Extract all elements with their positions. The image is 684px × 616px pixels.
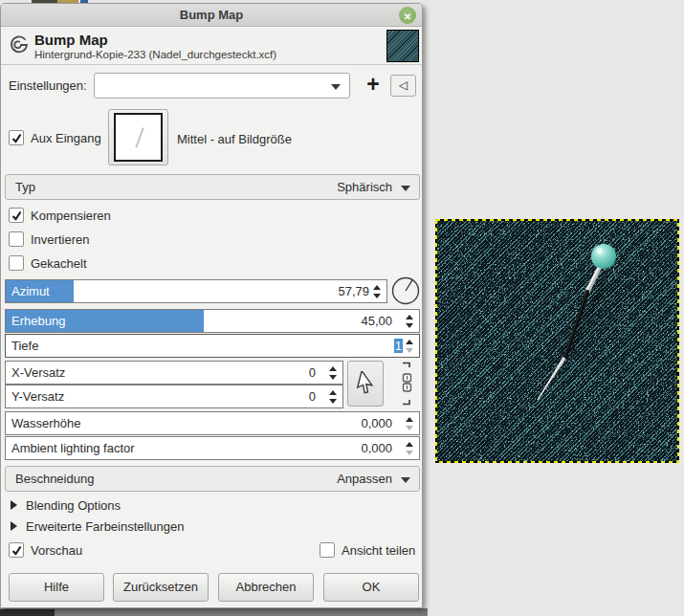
slider-label: Erhebung — [11, 314, 65, 328]
abbrechen-button[interactable]: Abbrechen — [218, 573, 314, 602]
slider-erhebung[interactable]: Erhebung 45,00 — [5, 309, 420, 333]
spin-up-icon — [329, 390, 337, 395]
check-icon — [11, 132, 23, 144]
vorschau-label: Vorschau — [31, 543, 82, 558]
offset-picker-button[interactable] — [347, 361, 384, 407]
layer-thumbnail — [386, 30, 419, 62]
spin-down-icon — [373, 294, 381, 298]
checkbox-invertieren-label: Invertieren — [31, 232, 89, 247]
slider-wasserhoehe[interactable]: Wasserhöhe 0,000 — [5, 411, 420, 435]
add-preset-button[interactable]: + — [361, 73, 386, 99]
expander-label: Erweiterte Farbeinstellungen — [26, 519, 184, 534]
pin-image — [435, 219, 679, 463]
preset-menu-button[interactable]: ◁ — [390, 75, 416, 97]
slider-value: 45,00 — [361, 314, 392, 328]
spin-down-icon — [406, 348, 413, 353]
spin-down-icon — [329, 399, 337, 404]
window-title: Bump Map — [1, 4, 422, 27]
type-label: Typ — [15, 180, 35, 194]
close-icon: ✕ — [404, 11, 411, 22]
chevron-down-icon — [331, 84, 341, 90]
presets-label: Einstellungen: — [9, 78, 87, 93]
background-window-bottom — [0, 608, 428, 616]
checkbox-gekachelt[interactable] — [9, 255, 24, 271]
ansicht-teilen-label: Ansicht teilen — [342, 543, 415, 558]
ansicht-teilen-checkbox[interactable] — [320, 542, 335, 558]
spin-up-icon — [373, 285, 381, 290]
slider-value: 57,79 — [338, 284, 369, 298]
checkbox-gekachelt-label: Gekachelt — [31, 256, 87, 271]
check-icon — [11, 544, 23, 557]
spin-down-icon — [406, 451, 413, 455]
spin-up-icon — [406, 340, 413, 344]
slider-label: Wasserhöhe — [11, 416, 81, 430]
slider-azimut[interactable]: Azimut 57,79 — [5, 279, 387, 303]
slider-value: 0 — [309, 389, 316, 404]
checkbox-invertieren[interactable] — [9, 231, 24, 247]
spinner[interactable] — [404, 437, 415, 459]
triangle-right-icon — [11, 521, 17, 531]
spin-down-icon — [406, 426, 413, 430]
slider-label: Ambient lighting factor — [11, 441, 135, 455]
expander-blending-options[interactable]: Blending Options — [11, 498, 121, 513]
spinner[interactable] — [404, 310, 415, 332]
vorschau-checkbox[interactable] — [9, 542, 24, 558]
type-value: Sphärisch — [337, 180, 392, 194]
canvas-preview[interactable] — [435, 219, 679, 463]
triangle-right-icon — [11, 500, 17, 510]
chevron-down-icon — [401, 186, 410, 191]
dialog-header: Bump Map Hintergrund-Kopie-233 (Nadel_du… — [1, 28, 422, 65]
spin-down-icon — [329, 375, 337, 380]
close-button[interactable]: ✕ — [399, 7, 416, 24]
spinner[interactable] — [327, 362, 339, 384]
triangle-left-icon: ◁ — [399, 78, 408, 92]
spin-up-icon — [406, 442, 413, 447]
cursor-icon — [355, 371, 378, 398]
bump-map-dialog: Bump Map ✕ Bump Map Hintergrund-Kopie-23… — [0, 3, 423, 608]
dialog-subtitle: Hintergrund-Kopie-233 (Nadel_durchgestec… — [34, 49, 276, 60]
slider-label: Azimut — [11, 284, 50, 298]
expander-erweiterte-farbeinstellungen[interactable]: Erweiterte Farbeinstellungen — [11, 519, 184, 534]
slider-value: 0,000 — [361, 416, 392, 430]
type-dropdown[interactable]: Typ Sphärisch — [5, 174, 420, 200]
spinner[interactable] — [327, 385, 339, 407]
slider-label: Y-Versatz — [11, 389, 64, 404]
aux-input-checkbox[interactable] — [9, 130, 24, 145]
slider-ambient[interactable]: Ambient lighting factor 0,000 — [5, 436, 420, 460]
dialog-title: Bump Map — [34, 32, 108, 48]
aux-input-thumbnail-button[interactable] — [108, 109, 168, 165]
spinner[interactable] — [404, 412, 415, 434]
checkbox-kompensieren[interactable] — [9, 208, 24, 223]
background-window-bottom-dark — [0, 609, 55, 616]
zuruecksetzen-button[interactable]: Zurücksetzen — [113, 573, 209, 602]
aux-input-hint: Mittel - auf Bildgröße — [177, 132, 292, 146]
spin-up-icon — [329, 366, 337, 371]
chain-broken-icon[interactable] — [400, 360, 415, 407]
checkbox-kompensieren-label: Kompensieren — [31, 209, 111, 223]
spin-down-icon — [406, 323, 413, 328]
clipping-label: Beschneidung — [15, 472, 94, 486]
gegl-logo-icon — [9, 34, 30, 55]
azimut-dial[interactable] — [390, 275, 421, 306]
titlebar[interactable]: Bump Map ✕ — [1, 4, 422, 27]
spinner[interactable] — [404, 335, 415, 357]
chevron-down-icon — [401, 477, 410, 483]
slider-label: Tiefe — [11, 339, 38, 353]
spin-up-icon — [406, 315, 413, 319]
slider-label: X-Versatz — [11, 365, 65, 380]
spinner[interactable] — [371, 280, 383, 302]
slider-tiefe[interactable]: Tiefe 1 — [5, 334, 420, 358]
ok-button[interactable]: OK — [323, 573, 419, 602]
expander-label: Blending Options — [26, 498, 121, 513]
slider-value: 1 — [394, 339, 403, 353]
check-icon — [11, 209, 23, 222]
aux-input-label: Aux Eingang — [31, 131, 101, 145]
slider-value: 0,000 — [361, 441, 392, 455]
slider-x-versatz[interactable]: X-Versatz 0 — [5, 361, 343, 385]
clipping-dropdown[interactable]: Beschneidung Anpassen — [5, 466, 420, 492]
presets-dropdown[interactable] — [94, 73, 350, 99]
aux-input-thumbnail — [114, 113, 163, 162]
slider-y-versatz[interactable]: Y-Versatz 0 — [5, 385, 343, 408]
hilfe-button[interactable]: Hilfe — [9, 573, 104, 602]
spin-up-icon — [406, 417, 413, 422]
